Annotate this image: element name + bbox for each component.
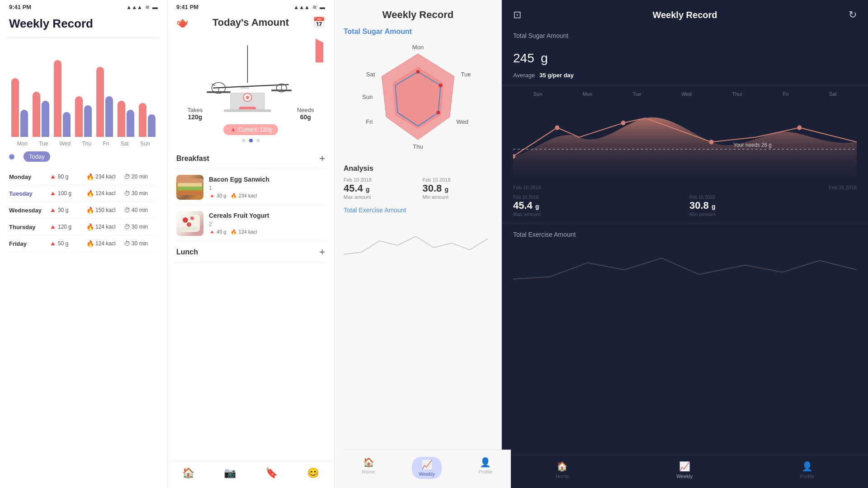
bar-fri-purple: [105, 96, 113, 137]
day-label-wednesday: Wednesday: [9, 207, 45, 214]
weekly-bar-chart: Mon Tue Wed Thu Fri Sat Sun: [0, 38, 167, 147]
day-sun: Sun: [533, 91, 542, 97]
radar-svg: Mon Tue Wed Thu Fri Sat Sun: [344, 40, 492, 158]
day-fri: Fri: [783, 91, 788, 97]
meal-item-yogurt[interactable]: Cereals Fruit Yogurt 2 🔺 40 g 🔥 124 kacl: [174, 206, 327, 242]
takes-value: 120g: [188, 113, 203, 121]
scale-text-labels: Takes 120g Needs 60g: [188, 107, 314, 121]
label-mon: Mon: [17, 141, 28, 147]
yogurt-info: Cereals Fruit Yogurt 2 🔺 40 g 🔥 124 kacl: [209, 212, 325, 235]
sugar-metric: 🔺 80 g: [49, 173, 83, 180]
day-label-thursday: Thursday: [9, 224, 45, 230]
bookmark-icon: 🔖: [265, 467, 278, 479]
current-badge: 🔺 Current: 120g: [223, 124, 278, 135]
calendar-icon[interactable]: 📅: [313, 17, 325, 28]
time-icon: ⏱: [124, 173, 130, 180]
panel4-header: ⊡ Weekly Record ↻: [502, 0, 868, 28]
scale-svg: [179, 35, 323, 113]
svg-rect-4: [176, 192, 203, 195]
svg-rect-9: [181, 227, 199, 230]
nav-camera[interactable]: 📷: [224, 467, 236, 479]
bar-tue-salmon: [33, 92, 40, 137]
nav-bookmark[interactable]: 🔖: [265, 467, 278, 479]
weekly-label: Weekly: [419, 471, 435, 477]
radar-dot-mon: [416, 70, 420, 74]
dot-0[interactable]: [242, 139, 245, 142]
radar-label-wed: Wed: [457, 118, 469, 125]
bar-mon-salmon: [11, 78, 19, 137]
min-metric: ⏱ 30 min: [124, 223, 158, 230]
refresh-icon[interactable]: ↻: [849, 9, 857, 21]
bar-wed-purple: [63, 112, 71, 137]
bar-sun-purple: [148, 114, 156, 137]
chart-legend: Today: [0, 147, 167, 166]
nav-profile[interactable]: 😊: [307, 467, 319, 479]
panel4-dark-weekly: ⊡ Weekly Record ↻ Total Sugar Amount 245…: [502, 0, 868, 488]
day-wed: Wed: [682, 91, 692, 97]
dot-2[interactable]: [256, 139, 260, 142]
home-icon: 🏠: [363, 457, 374, 468]
sugar-unit: g: [541, 51, 548, 65]
label-tue: Tue: [39, 141, 48, 147]
sugar-section: Total Sugar Amount 245 g Average 35 g/pe…: [502, 28, 868, 86]
camera-icon[interactable]: ⊡: [513, 9, 521, 21]
analysis-dark-max-date: Feb 10 2018: [513, 195, 680, 200]
panel2-status-bar: 9:41 PM ▲▲▲ ≋ ▬: [167, 0, 334, 12]
add-lunch-button[interactable]: +: [319, 246, 325, 258]
weekly-icon: 📈: [679, 461, 690, 472]
analysis-dark-min-desc: Min amount: [689, 211, 857, 217]
label-sun: Sun: [140, 141, 150, 147]
bar-tue-purple: [42, 101, 49, 137]
analysis-dark-max-val: 45.4 g: [513, 200, 680, 211]
analysis-title: Analysis: [344, 164, 492, 173]
fire-icon: 🔥: [86, 190, 94, 197]
profile-label: Profile: [800, 474, 814, 479]
nav4-home[interactable]: 🏠 Home: [556, 461, 569, 479]
nav4-profile[interactable]: 👤 Profile: [800, 461, 814, 479]
sugar-section-label: Total Sugar Amount: [513, 32, 857, 39]
nav3-weekly[interactable]: 📈 Weekly: [412, 457, 442, 479]
analysis-dark-min-date: Feb 15 2018: [689, 195, 857, 200]
radar-label-sat: Sat: [366, 71, 375, 78]
yogurt-metrics: 🔺 40 g 🔥 124 kacl: [209, 229, 325, 235]
average-value: 35 g/per day: [539, 72, 574, 79]
sugar-metric: 🔺 120 g: [49, 223, 83, 230]
kcal-metric: 🔥 124 kacl: [86, 240, 120, 247]
dot-1[interactable]: [249, 139, 253, 142]
add-breakfast-button[interactable]: +: [319, 153, 325, 164]
analysis-row: Feb 10 2018 45.4 g Max amount Feb 15 201…: [344, 177, 492, 200]
min-metric: ⏱ 40 min: [124, 206, 158, 214]
nav3-profile[interactable]: 👤 Profile: [478, 457, 492, 479]
sandwich-img: [176, 175, 203, 200]
yogurt-sugar: 🔺 40 g: [209, 229, 226, 235]
radar-chart: Mon Tue Wed Thu Fri Sat Sun: [344, 40, 492, 158]
panel1-title: Weekly Record: [0, 12, 167, 38]
day-mon: Mon: [583, 91, 592, 97]
exercise-line: [344, 236, 488, 254]
bar-sun-salmon: [139, 103, 146, 137]
panel1-status-icons: ▲▲▲ ≋ ▬: [126, 4, 158, 10]
panel2-title: Today's Amount: [212, 17, 289, 28]
week-data-table: Monday 🔺 80 g 🔥 234 kacl ⏱ 20 min Tuesda…: [0, 166, 167, 254]
exercise-section-label: Total Exercise Amount: [513, 231, 857, 238]
analysis-dark-min-val: 30.8 g: [689, 200, 857, 211]
warning-icon: 🔺: [230, 127, 236, 133]
meal-item-sandwich[interactable]: Bacon Egg Sanwich 1 🔺 30 g 🔥 234 kacl: [174, 169, 327, 206]
current-badge-wrapper: 🔺 Current: 120g: [167, 124, 334, 135]
bar-sat-purple: [127, 110, 134, 137]
analysis-max-val: 45.4 g: [344, 183, 414, 194]
nav3-home[interactable]: 🏠 Home: [362, 457, 375, 479]
panel3-title: Weekly Record: [344, 9, 492, 21]
svg-point-7: [190, 216, 194, 220]
today-badge[interactable]: Today: [24, 151, 50, 162]
panel2-time: 9:41 PM: [176, 4, 198, 10]
wifi-icon: ≋: [145, 4, 150, 10]
nav4-weekly[interactable]: 📈 Weekly: [676, 461, 693, 479]
home-icon: 🏠: [182, 467, 194, 479]
bar-chart-grid: [7, 38, 160, 137]
svg-rect-2: [178, 187, 202, 190]
area-fill: [513, 117, 857, 180]
bar-fri-salmon: [96, 67, 104, 137]
nav-home[interactable]: 🏠: [182, 467, 194, 479]
analysis-max-date: Feb 10 2018: [344, 177, 414, 183]
